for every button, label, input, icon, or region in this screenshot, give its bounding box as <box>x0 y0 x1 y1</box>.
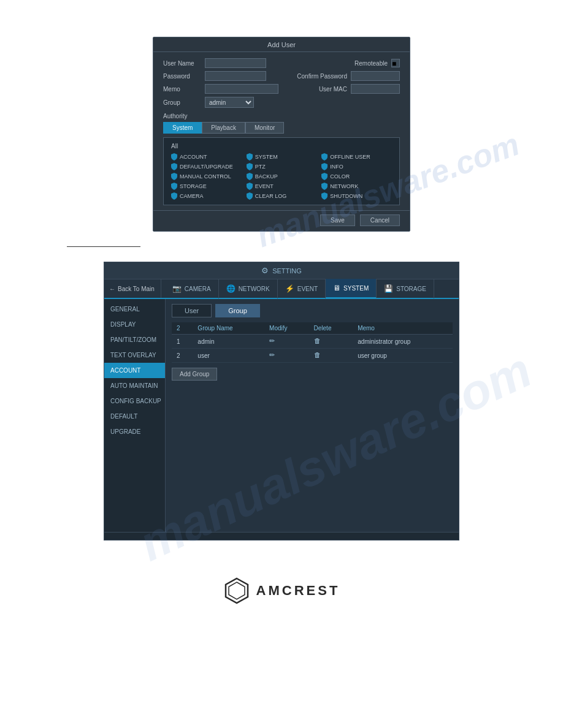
shield-icon-network <box>321 183 327 190</box>
row-1-modify[interactable]: ✏ <box>264 335 308 349</box>
back-arrow-icon: ← <box>109 286 115 292</box>
shield-icon-event <box>247 183 253 190</box>
amcrest-hex-icon <box>223 577 250 604</box>
svg-marker-1 <box>229 582 245 599</box>
perm-info: INFO <box>321 163 392 170</box>
shield-icon-color <box>321 173 327 180</box>
sidebar-item-default[interactable]: DEFAULT <box>104 409 165 424</box>
back-to-main-button[interactable]: ← Back To Main <box>109 279 161 298</box>
sidebar-item-auto-maintain[interactable]: AUTO MAINTAIN <box>104 378 165 393</box>
confirm-password-group: Confirm Password <box>297 71 400 81</box>
table-row: 1 admin ✏ 🗑 administrator group <box>172 335 453 349</box>
remoteable-checkbox[interactable]: ■ <box>391 59 400 67</box>
authority-section: Authority System Playback Monitor All <box>163 113 400 205</box>
content-tab-user[interactable]: User <box>172 304 212 317</box>
back-label: Back To Main <box>118 286 155 292</box>
password-label: Password <box>163 73 205 80</box>
nav-tab-camera[interactable]: 📷 CAMERA <box>165 279 219 298</box>
user-mac-input[interactable] <box>351 84 400 94</box>
sidebar-item-upgrade[interactable]: UPGRADE <box>104 424 165 439</box>
modify-icon-2[interactable]: ✏ <box>269 351 278 360</box>
row-2-modify[interactable]: ✏ <box>264 349 308 363</box>
perm-manual-control: MANUAL CONTROL <box>171 173 242 180</box>
table-row: 2 user ✏ 🗑 user group <box>172 349 453 363</box>
row-2-name: user <box>193 349 264 363</box>
perm-network: NETWORK <box>321 183 392 190</box>
setting-panel-wrapper: ⚙ SETTING ← Back To Main 📷 CAMERA 🌐 NETW <box>104 262 459 540</box>
dialog-body: User Name Remoteable ■ Password Confirm … <box>153 52 410 210</box>
confirm-password-input[interactable] <box>351 71 400 81</box>
setting-footer <box>104 532 459 540</box>
nav-tab-storage[interactable]: 💾 STORAGE <box>377 279 434 298</box>
sidebar-item-display[interactable]: DISPLAY <box>104 317 165 332</box>
col-memo: Memo <box>353 322 453 335</box>
memo-input[interactable] <box>205 84 278 94</box>
content-tab-group[interactable]: Group <box>215 304 260 317</box>
sidebar-item-pantiltzoom[interactable]: PAN/TILT/ZOOM <box>104 332 165 347</box>
perm-shutdown: SHUTDOWN <box>321 192 392 200</box>
row-1-memo: administrator group <box>353 335 453 349</box>
nav-tab-event[interactable]: ⚡ EVENT <box>278 279 326 298</box>
auth-tab-system[interactable]: System <box>163 122 202 134</box>
shield-icon-clearlog <box>247 192 253 200</box>
col-group-name: Group Name <box>193 322 264 335</box>
cancel-button[interactable]: Cancel <box>360 214 400 226</box>
username-input[interactable] <box>205 58 266 68</box>
table-header-row: 2 Group Name Modify Delete Memo <box>172 322 453 335</box>
authority-label: Authority <box>163 113 400 119</box>
event-nav-icon: ⚡ <box>285 284 294 293</box>
col-delete: Delete <box>309 322 353 335</box>
setting-body: GENERAL DISPLAY PAN/TILT/ZOOM TEXT OVERL… <box>104 299 459 532</box>
row-2-num: 2 <box>172 349 193 363</box>
network-nav-icon: 🌐 <box>226 284 236 293</box>
shield-icon-info <box>321 163 327 170</box>
delete-icon-1[interactable]: 🗑 <box>314 337 323 346</box>
shield-icon-account <box>171 153 177 161</box>
auth-tab-playback[interactable]: Playback <box>202 122 245 134</box>
auth-tab-monitor[interactable]: Monitor <box>245 122 284 134</box>
shield-icon-ptz <box>247 163 253 170</box>
perm-ptz: PTZ <box>247 163 317 170</box>
shield-icon-default <box>171 163 177 170</box>
sidebar-item-text-overlay[interactable]: TEXT OVERLAY <box>104 347 165 363</box>
remoteable-label: Remoteable <box>354 60 388 67</box>
row-1-num: 1 <box>172 335 193 349</box>
nav-tab-network[interactable]: 🌐 NETWORK <box>219 279 278 298</box>
perm-system: SYSTEM <box>247 153 317 161</box>
perm-clear-log: CLEAR LOG <box>247 192 317 200</box>
shield-icon-camera <box>171 192 177 200</box>
dialog-footer: Save Cancel <box>153 210 410 231</box>
shield-icon-shutdown <box>321 192 327 200</box>
perm-color: COLOR <box>321 173 392 180</box>
row-1-delete[interactable]: 🗑 <box>309 335 353 349</box>
add-group-button[interactable]: Add Group <box>172 368 217 381</box>
sidebar-item-config-backup[interactable]: CONFIG BACKUP <box>104 393 165 409</box>
setting-title: SETTING <box>272 267 302 275</box>
setting-panel-header: ⚙ SETTING <box>104 262 459 279</box>
add-user-dialog-wrapper: Add User User Name Remoteable ■ Password <box>153 37 410 232</box>
authority-box: All ACCOUNT <box>163 137 400 205</box>
content-tabs: User Group <box>172 304 453 317</box>
memo-label: Memo <box>163 86 205 93</box>
perm-camera: CAMERA <box>171 192 242 200</box>
sidebar-item-account[interactable]: ACCOUNT <box>104 363 165 378</box>
remoteable-group: Remoteable ■ <box>354 59 400 67</box>
nav-tabs: 📷 CAMERA 🌐 NETWORK ⚡ EVENT 🖥 SYSTEM <box>165 279 434 298</box>
shield-icon-backup <box>247 173 253 180</box>
save-button[interactable]: Save <box>320 214 355 226</box>
confirm-password-label: Confirm Password <box>297 73 347 80</box>
shield-icon-manual <box>171 173 177 180</box>
form-row-password: Password Confirm Password <box>163 71 400 81</box>
delete-icon-2[interactable]: 🗑 <box>314 351 323 360</box>
add-user-dialog: Add User User Name Remoteable ■ Password <box>153 37 410 232</box>
sidebar-item-general[interactable]: GENERAL <box>104 301 165 317</box>
camera-nav-icon: 📷 <box>172 284 182 293</box>
perm-default-upgrade: DEFAULT/UPGRADE <box>171 163 242 170</box>
nav-tab-system[interactable]: 🖥 SYSTEM <box>326 279 377 298</box>
modify-icon-1[interactable]: ✏ <box>269 337 278 346</box>
shield-icon-storage <box>171 183 177 190</box>
password-input[interactable] <box>205 71 266 81</box>
row-2-delete[interactable]: 🗑 <box>309 349 353 363</box>
group-select[interactable]: admin <box>205 97 254 108</box>
storage-nav-icon: 💾 <box>384 284 393 293</box>
